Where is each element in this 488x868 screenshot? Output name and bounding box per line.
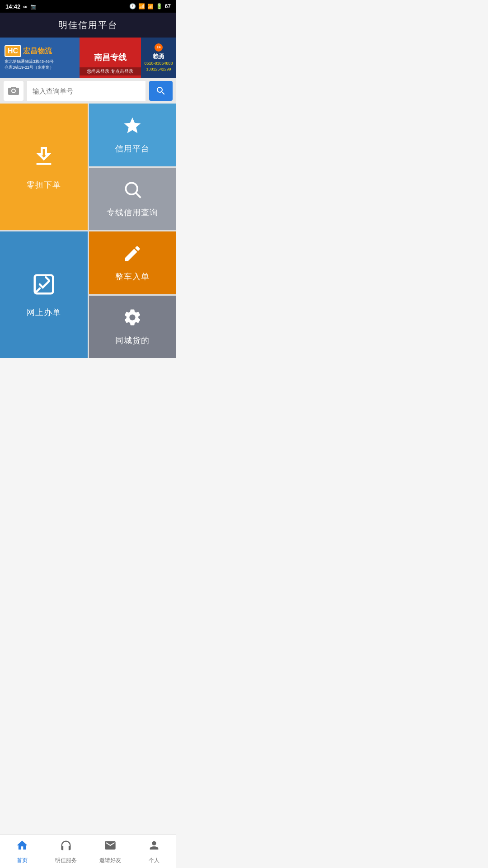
grid-menu: 零担下单 信用平台 专线信用查询 [0, 104, 176, 358]
banner[interactable]: HC 宏昌物流 东北塘锡通物流3栋45-46号 仓库3栋19-22号（东南角） … [0, 38, 176, 78]
status-time: 14:42 [5, 3, 20, 10]
menu-label-lingdan: 零担下单 [27, 179, 61, 190]
banner-company-section: HC 宏昌物流 东北塘锡通物流3栋45-46号 仓库3栋19-22号（东南角） [0, 38, 80, 78]
banner-login-hint[interactable]: 您尚未登录,专点击登录 [80, 67, 141, 75]
status-left: 14:42 ∞ 📷 [5, 3, 37, 10]
banner-phone1: 0510-83854888 [144, 61, 173, 67]
wifi-icon: 📶 [138, 3, 145, 9]
banner-address1: 东北塘锡通物流3栋45-46号 [5, 59, 75, 65]
gear-icon [122, 307, 142, 331]
menu-label-chaxun: 专线信用查询 [107, 207, 158, 218]
main-content: HC 宏昌物流 东北塘锡通物流3栋45-46号 仓库3栋19-22号（东南角） … [0, 38, 176, 387]
svg-point-0 [126, 183, 138, 195]
status-icon1: 📷 [30, 4, 37, 9]
status-bar: 14:42 ∞ 📷 🕐 📶 📶 🔋 67 [0, 0, 176, 13]
app-header: 明佳信用平台 [0, 13, 176, 38]
clock-icon: 🕐 [129, 3, 136, 9]
app-title: 明佳信用平台 [58, 20, 118, 30]
camera-button[interactable] [4, 81, 23, 101]
hc-badge: HC [5, 45, 21, 57]
banner-person-name: 赖勇 [153, 52, 164, 61]
banner-address: 东北塘锡通物流3栋45-46号 仓库3栋19-22号（东南角） [5, 59, 75, 70]
battery-icon: 🔋 [156, 3, 163, 9]
menu-label-tongcheng: 同城货的 [115, 335, 150, 346]
menu-item-tongcheng[interactable]: 同城货的 [89, 296, 177, 359]
menu-label-wangshang: 网上办单 [27, 307, 61, 318]
banner-phone2: 13812542299 [146, 66, 171, 73]
search-circle-icon [122, 179, 142, 203]
download-icon [31, 144, 56, 174]
banner-center-text: 南昌专线 [94, 53, 127, 63]
banner-center[interactable]: 南昌专线 您尚未登录,专点击登录 [80, 38, 141, 78]
banner-logo: HC 宏昌物流 [5, 45, 75, 57]
pencil-icon [122, 244, 142, 268]
svg-line-1 [136, 193, 141, 198]
status-infinity: ∞ [23, 3, 27, 10]
banner-address2: 仓库3栋19-22号（东南角） [5, 65, 75, 71]
menu-item-lingdan[interactable]: 零担下单 [0, 104, 88, 230]
banner-24-badge: 24 [155, 43, 163, 52]
banner-company-name: 宏昌物流 [23, 47, 52, 56]
status-right: 🕐 📶 📶 🔋 67 [129, 3, 171, 9]
menu-item-zhengche[interactable]: 整车入单 [89, 231, 177, 294]
search-bar [0, 78, 176, 104]
menu-item-chaxun[interactable]: 专线信用查询 [89, 168, 177, 231]
search-input[interactable] [27, 81, 145, 101]
banner-right[interactable]: 24 赖勇 0510-83854888 13812542299 [141, 38, 176, 78]
menu-label-zhengche: 整车入单 [115, 271, 150, 282]
star-icon [122, 116, 142, 140]
search-button[interactable] [149, 81, 173, 101]
menu-item-wangshang[interactable]: 网上办单 [0, 231, 88, 358]
menu-label-xinyong: 信用平台 [115, 143, 150, 154]
signal-icon: 📶 [147, 4, 154, 9]
menu-item-xinyong[interactable]: 信用平台 [89, 104, 177, 166]
battery-level: 67 [165, 3, 171, 9]
edit-icon [32, 272, 56, 302]
